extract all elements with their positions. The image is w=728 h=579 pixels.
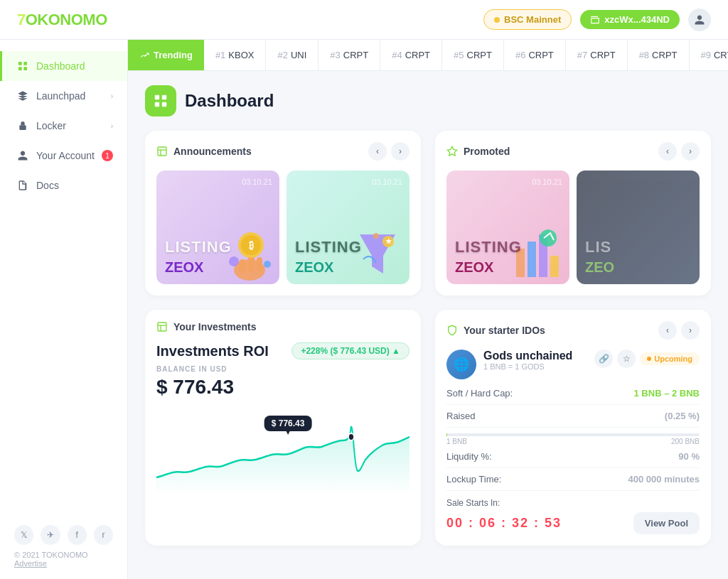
ido-liquidity-row: Liqudity %: 90 % [446,451,700,468]
promoted-card-1[interactable]: 03.10.21 LISTING ZEOX [446,171,569,284]
wallet-icon [590,15,600,25]
ticker-item-6[interactable]: #6 CRPT [504,40,566,71]
network-dot [494,17,500,23]
advertise-link[interactable]: Advertise [14,559,113,568]
svg-rect-6 [162,95,166,99]
investment-chart: $ 776.43 [156,410,410,495]
ido-action-buttons: 🔗 ☆ Upcoming [594,350,700,368]
ticker-item-1[interactable]: #1 KBOX [204,40,267,71]
sidebar-item-locker[interactable]: Locker › [0,111,127,141]
ido-icon [446,325,458,336]
network-button[interactable]: BSC Mainnet [483,9,572,30]
trending-label: Trending [128,40,204,70]
announce-date-2: 03.10.21 [372,178,402,186]
balance-label: BALANCE IN USD [156,365,410,373]
bottom-row: Your Investments Investments ROI +228% (… [145,310,711,546]
announce-brand-1: ZEOX [165,259,271,276]
top-row: Announcements ‹ › 03.10.21 LISTING ZE [145,131,711,296]
ido-star-button[interactable]: ☆ [617,350,636,368]
sidebar-label-docs: Docs [36,180,59,191]
chart-fill [156,427,410,495]
ido-next[interactable]: › [681,321,700,340]
announcements-nav: ‹ › [368,142,410,161]
reddit-icon[interactable]: r [94,525,113,545]
ticker-item-2[interactable]: #2 UNI [266,40,318,71]
promoted-grid: 03.10.21 LISTING ZEOX [446,171,700,284]
svg-rect-3 [23,67,27,70]
ido-link-button[interactable]: 🔗 [594,350,613,368]
invest-roi-title: Investments ROI [156,343,269,359]
topnav-right: BSC Mainnet xzcWx...434ND [483,9,711,31]
svg-rect-1 [23,62,27,65]
promoted-title: Promoted [464,146,510,157]
sidebar-item-docs[interactable]: Docs [0,171,127,200]
ticker-item-7[interactable]: #7 CRPT [566,40,628,71]
announcements-grid: 03.10.21 LISTING ZEOX [156,171,410,284]
ido-nav: ‹ › [658,321,700,340]
ido-progress: 1 BNB 200 BNB [446,433,700,445]
twitter-icon[interactable]: 𝕏 [14,525,33,545]
ido-project-name: Gods unchained [483,350,587,362]
svg-rect-0 [18,62,22,65]
announcements-prev[interactable]: ‹ [368,142,387,161]
announce-listing-2: LISTING [295,238,401,256]
invest-roi-badge: +228% ($ 776.43 USD) ▲ [291,342,410,359]
wallet-label: xzcWx...434ND [604,14,670,25]
ido-raised-row: Raised (0.25 %) [446,411,700,428]
network-label: BSC Mainnet [504,14,561,25]
announce-card-1[interactable]: 03.10.21 LISTING ZEOX [156,171,279,284]
countdown-section: Sale Starts In: 00 : 06 : 32 : 53 View P… [446,498,700,534]
promoted-date-1: 03.10.21 [532,178,562,186]
ticker-item-9[interactable]: #9 CRYP [690,40,729,71]
wallet-button[interactable]: xzcWx...434ND [580,10,680,29]
announcements-icon [156,146,168,157]
dashboard-body: Dashboard Announcements ‹ › [128,71,728,560]
sidebar-label-dashboard: Dashboard [36,60,85,72]
announce-listing-1: LISTING [165,238,271,256]
svg-rect-4 [19,125,26,130]
svg-rect-5 [155,95,159,99]
dashboard-page-icon [145,85,176,117]
ticker-item-8[interactable]: #8 CRPT [628,40,690,71]
announcements-header: Announcements ‹ › [156,142,410,161]
sidebar-item-your-account[interactable]: Your Account 1 [0,141,127,171]
announcements-next[interactable]: › [391,142,410,161]
ido-project-sub: 1 BNB = 1 GODS [483,362,587,371]
promoted-prev[interactable]: ‹ [658,142,677,161]
sidebar-item-dashboard[interactable]: Dashboard [0,51,127,81]
account-badge: 1 [102,150,113,161]
ticker-item-4[interactable]: #4 CRPT [380,40,442,71]
balance-value: $ 776.43 [156,376,410,399]
user-icon-button[interactable] [688,9,711,31]
promoted-section: Promoted ‹ › 03.10.21 LISTING ZEOX [435,131,711,296]
ido-liquidity-label: Liqudity %: [446,451,492,462]
ticker-item-5[interactable]: #5 CRPT [442,40,504,71]
ido-section-header: Your starter IDOs ‹ › [446,321,700,340]
sidebar-label-launchpad: Launchpad [36,90,85,102]
telegram-icon[interactable]: ✈ [41,525,60,545]
upcoming-badge: Upcoming [640,352,700,365]
main-layout: Dashboard Launchpad › Locker › Your Acco… [0,40,728,579]
docs-icon [16,179,29,192]
sidebar: Dashboard Launchpad › Locker › Your Acco… [0,40,128,579]
dashboard-icon [16,60,29,72]
page-title: Dashboard [185,91,274,111]
promoted-card-2[interactable]: LIS ZEO [577,171,700,284]
main-content: Trending #1 KBOX #2 UNI #3 CRPT #4 CRPT … [128,40,728,579]
progress-fill [446,433,447,436]
promoted-brand-1: ZEOX [455,259,561,276]
facebook-icon[interactable]: f [68,525,87,545]
progress-min: 1 BNB [446,438,467,445]
ido-cap-row: Soft / Hard Cap: 1 BNB – 2 BNB [446,388,700,405]
ticker-item-3[interactable]: #3 CRPT [318,40,380,71]
announce-card-2[interactable]: 03.10.21 LISTING ZEOX [287,171,410,284]
view-pool-button[interactable]: View Pool [633,512,700,534]
promoted-next[interactable]: › [681,142,700,161]
sidebar-item-launchpad[interactable]: Launchpad › [0,81,127,111]
dashboard-header: Dashboard [145,85,711,117]
announce-brand-2: ZEOX [295,259,401,276]
locker-icon [16,119,29,132]
promoted-brand-2: ZEO [585,259,691,276]
sidebar-label-account: Your Account [36,150,95,161]
ido-prev[interactable]: ‹ [658,321,677,340]
